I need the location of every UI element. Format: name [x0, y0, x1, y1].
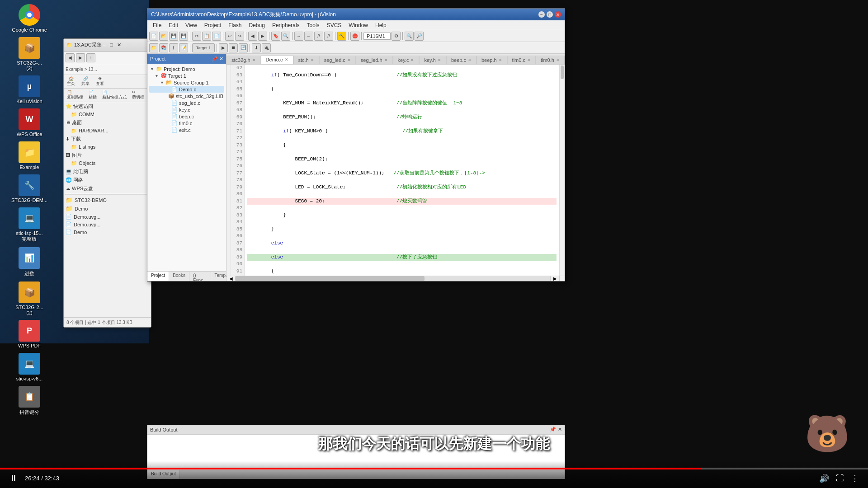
play-pause-btn[interactable]: ⏸ — [9, 473, 18, 483]
code-content[interactable]: if( Tme_CountDown==0 ) //如果没有按下过应急按钮 { K… — [245, 65, 559, 276]
tab-keyh[interactable]: key.h ✕ — [419, 56, 446, 64]
tb-target-settings[interactable]: ⚙ — [392, 32, 401, 41]
desktop-icon-example[interactable]: 📁 Example — [5, 140, 54, 172]
tb2-template[interactable]: 📝 — [179, 43, 188, 52]
menu-file[interactable]: File — [149, 21, 165, 29]
tree-file-segled[interactable]: 📄 seg_led.c — [149, 99, 224, 106]
tb2-load[interactable]: ⬇ — [252, 43, 261, 52]
fe-nav-wpsdisk[interactable]: ☁ WPS云盘 — [64, 184, 151, 193]
fe-nav-pictures[interactable]: 🖼 图片 — [64, 151, 151, 160]
tb-redo[interactable]: ↪ — [235, 32, 244, 41]
desktop-icon-chrome[interactable]: Google Chrome — [5, 2, 54, 34]
tb-target-select[interactable]: P116M1 — [363, 33, 391, 40]
fe-nav-comm[interactable]: 📁 COMM — [64, 111, 151, 118]
fe-btn-paste[interactable]: 📄粘贴 — [87, 89, 98, 101]
pp-tab-books[interactable]: Books — [169, 272, 189, 281]
fe-back-btn[interactable]: ◀ — [66, 53, 75, 62]
fe-item-demo-selected[interactable]: 📄 Demo — [64, 228, 151, 236]
menu-help[interactable]: Help — [372, 21, 390, 29]
desktop-icon-wpspdf[interactable]: P WPS PDF — [5, 318, 54, 350]
desktop-icon-stc2[interactable]: 📦 STC32G-2...(2) — [5, 280, 54, 317]
tree-file-lib[interactable]: 📦 stc_usb_cdc_32g.LIB — [149, 93, 224, 99]
tb-bookmark[interactable]: 🔖 — [271, 32, 280, 41]
menu-tools[interactable]: Tools — [303, 21, 323, 29]
pp-pin[interactable]: 📌 — [212, 56, 218, 62]
settings-btn[interactable]: ⋮ — [851, 474, 859, 483]
bo-close[interactable]: ✕ — [558, 427, 562, 432]
fe-btn-share[interactable]: 🔗 共享 — [80, 76, 91, 87]
fe-max[interactable]: □ — [108, 42, 114, 48]
tree-file-keyc[interactable]: 📄 key.c — [149, 106, 224, 113]
desktop-icon-stic[interactable]: 💻 stic-isp-15...完整版 — [5, 206, 54, 244]
menu-window[interactable]: Window — [345, 21, 372, 29]
fe-forward-btn[interactable]: ▶ — [76, 53, 85, 62]
tb-undo[interactable]: ↩ — [225, 32, 234, 41]
fe-nav-listings[interactable]: 📁 Listings — [64, 143, 151, 151]
fe-btn-home[interactable]: 🏠 主页 — [66, 76, 76, 87]
tb2-project[interactable]: 📁 — [149, 43, 158, 52]
fe-nav-desktop[interactable]: 🖥 桌面 — [64, 118, 151, 127]
fe-item-demo[interactable]: 📁 Demo — [64, 204, 151, 213]
fe-nav-network[interactable]: 🌐 网络 — [64, 176, 151, 184]
tree-target1[interactable]: ▼ 🎯 Target 1 — [149, 72, 224, 79]
tb-open[interactable]: 📂 — [159, 32, 168, 41]
tb-nav-back[interactable]: ◀ — [248, 32, 257, 41]
menu-edit[interactable]: Edit — [165, 21, 182, 29]
fe-btn-cut[interactable]: ✂剪切框 — [131, 89, 146, 101]
tb-indent[interactable]: → — [294, 32, 303, 41]
pp-tab-project[interactable]: Project — [147, 272, 169, 281]
volume-btn[interactable]: 🔊 — [819, 474, 829, 483]
tb-comment[interactable]: // — [314, 32, 323, 41]
fe-address[interactable]: Example > 13... — [64, 64, 151, 75]
tab-beepc[interactable]: beep.c ✕ — [446, 56, 476, 64]
tb2-run[interactable]: ▶ — [219, 43, 228, 52]
tree-sourcegroup[interactable]: ▼ 📂 Source Group 1 — [149, 79, 224, 86]
fe-item-stc32demo[interactable]: 📁 STC32-DEMO — [64, 196, 151, 204]
tab-keyc[interactable]: key.c ✕ — [393, 56, 420, 64]
tb2-target1[interactable]: Target 1 — [192, 43, 215, 52]
menu-debug[interactable]: Debug — [245, 21, 269, 29]
menu-view[interactable]: View — [182, 21, 201, 29]
menu-peripherals[interactable]: Peripherals — [269, 21, 303, 29]
fe-btn-pasteshortcut[interactable]: 📄粘贴快捷方式 — [101, 89, 128, 101]
tree-file-tim0c[interactable]: 📄 tim0.c — [149, 120, 224, 127]
video-progress-bar[interactable] — [0, 468, 868, 469]
tab-beeph[interactable]: beep.h ✕ — [476, 56, 507, 64]
tree-project-root[interactable]: ▼ 📁 Project: Demo — [149, 66, 224, 72]
tb-cut[interactable]: ✂ — [192, 32, 201, 41]
fe-nav-thispc[interactable]: 💻 此电脑 — [64, 167, 151, 176]
fe-nav-objects[interactable]: 📁 Objects — [64, 160, 151, 167]
code-scrollbar[interactable] — [559, 65, 565, 276]
tab-segledc[interactable]: seg_led.c ✕ — [319, 56, 356, 64]
fe-btn-copypath[interactable]: 📋复制路径 — [66, 89, 85, 101]
hscroll-left[interactable]: ◀ — [226, 276, 236, 281]
hscroll-right[interactable]: ▶ — [550, 276, 559, 281]
menu-project[interactable]: Project — [201, 21, 225, 29]
fe-nav-quickaccess[interactable]: ⭐ 快速访问 — [64, 102, 151, 111]
fe-nav-hardware[interactable]: 📁 HARDWAR... — [64, 127, 151, 135]
tb-zoom[interactable]: 🔎 — [415, 32, 424, 41]
tb-stop[interactable]: ⛔ — [350, 32, 359, 41]
tb-nav-fwd[interactable]: ▶ — [258, 32, 267, 41]
tb-save[interactable]: 💾 — [169, 32, 178, 41]
fe-btn-view[interactable]: 👁 查看 — [94, 76, 105, 87]
menu-svcs[interactable]: SVCS — [323, 21, 345, 29]
tree-file-beepc[interactable]: 📄 beep.c — [149, 113, 224, 120]
tab-tim0c[interactable]: tim0.c ✕ — [507, 56, 536, 64]
bo-pin[interactable]: 📌 — [550, 427, 556, 432]
win-close[interactable]: ✕ — [555, 11, 561, 18]
tb2-books[interactable]: 📚 — [159, 43, 168, 52]
tab-democ[interactable]: Demo.c ✕ — [261, 55, 293, 64]
fe-item-demo-uvg[interactable]: 📄 Demo.uvg... — [64, 213, 151, 221]
win-minimize[interactable]: − — [538, 11, 545, 18]
fe-nav-downloads[interactable]: ⬇ 下载 — [64, 135, 151, 143]
fe-close[interactable]: ✕ — [116, 42, 123, 48]
desktop-icon-sticv6[interactable]: 💻 stic-isp-v6... — [5, 351, 54, 383]
win-maximize[interactable]: □ — [547, 11, 553, 18]
code-editor[interactable]: 6263646566 6768697071 7273747576 7778798… — [226, 65, 565, 276]
tb2-stop[interactable]: ⏹ — [229, 43, 238, 52]
tb2-connect[interactable]: 🔌 — [262, 43, 271, 52]
tb-paste[interactable]: 📄 — [212, 32, 221, 41]
tb2-func[interactable]: ƒ — [169, 43, 178, 52]
fe-min[interactable]: − — [102, 42, 107, 48]
